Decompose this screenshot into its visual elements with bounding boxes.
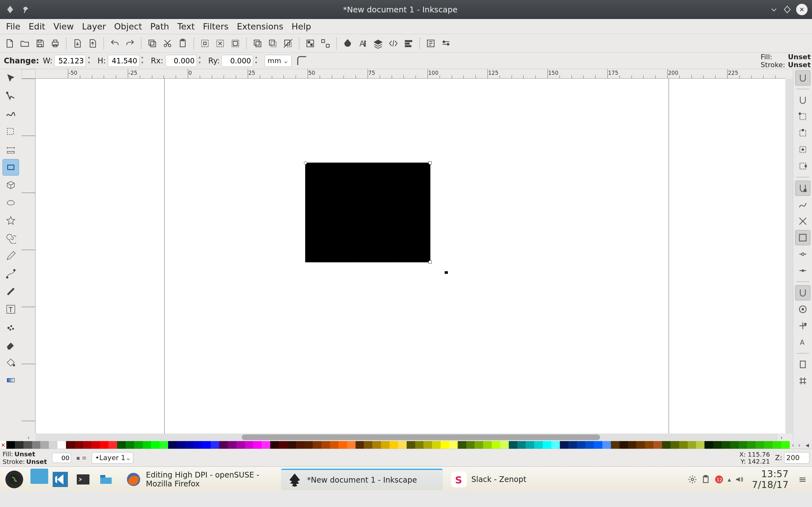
swatch[interactable]: [568, 441, 577, 449]
tray-updates-icon[interactable]: 12: [714, 475, 724, 484]
swatch[interactable]: [356, 441, 364, 449]
swatch[interactable]: [585, 441, 594, 449]
menu-layer[interactable]: Layer: [78, 20, 110, 33]
swatch[interactable]: [525, 441, 534, 449]
snap-bbox-center-icon[interactable]: [795, 142, 810, 157]
swatch[interactable]: [390, 441, 398, 449]
swatch[interactable]: [679, 441, 688, 449]
print-icon[interactable]: [49, 37, 61, 50]
swatch[interactable]: [372, 441, 381, 449]
menu-filters[interactable]: Filters: [199, 20, 233, 33]
zoom-input[interactable]: 200: [784, 452, 809, 464]
swatch[interactable]: [262, 441, 270, 449]
swatch[interactable]: [441, 441, 449, 449]
ruler-horizontal[interactable]: -50-250255075100125150175200225250: [36, 69, 785, 78]
swatch[interactable]: [670, 441, 679, 449]
snap-rotation-icon[interactable]: [795, 318, 810, 333]
spray-tool[interactable]: [3, 319, 19, 335]
swatch[interactable]: [339, 441, 347, 449]
swatch[interactable]: [279, 441, 287, 449]
swatch[interactable]: [756, 441, 764, 449]
measure-tool[interactable]: [3, 141, 19, 158]
swatch[interactable]: [134, 441, 143, 449]
rx-input[interactable]: [165, 55, 197, 67]
menu-edit[interactable]: Edit: [24, 20, 49, 33]
swatch[interactable]: [619, 441, 628, 449]
snap-text-icon[interactable]: A: [795, 335, 810, 350]
swatch[interactable]: [764, 441, 773, 449]
tray-volume-icon[interactable]: [734, 475, 744, 484]
swatch[interactable]: [40, 441, 49, 449]
minimize-icon[interactable]: [769, 5, 778, 14]
swatch[interactable]: [15, 441, 23, 449]
selector-tool[interactable]: [3, 70, 19, 87]
paste-icon[interactable]: [176, 37, 189, 50]
swatch[interactable]: [347, 441, 356, 449]
swatch[interactable]: [305, 441, 313, 449]
swatch[interactable]: [321, 441, 330, 449]
swatch[interactable]: [730, 441, 739, 449]
tray-expand-icon[interactable]: ▴: [728, 475, 731, 483]
swatch[interactable]: [577, 441, 586, 449]
swatch[interactable]: [211, 441, 219, 449]
ql-files-icon[interactable]: [95, 469, 117, 490]
snap-bbox-corner-icon[interactable]: [795, 109, 810, 124]
swatch[interactable]: [287, 441, 296, 449]
xml-icon[interactable]: [387, 37, 400, 50]
ql-terminal-icon[interactable]: [72, 469, 94, 490]
ruler-vertical[interactable]: [21, 78, 36, 434]
swatch[interactable]: [560, 441, 568, 449]
unit-select[interactable]: mm⌄: [264, 55, 292, 67]
swatch[interactable]: [713, 441, 722, 449]
swatch[interactable]: [364, 441, 372, 449]
ungroup-icon[interactable]: [319, 37, 332, 50]
fill-tool[interactable]: [3, 354, 19, 371]
swatch[interactable]: [594, 441, 602, 449]
swatch[interactable]: [270, 441, 279, 449]
open-icon[interactable]: [18, 37, 31, 50]
swatch[interactable]: [381, 441, 390, 449]
swatch[interactable]: [219, 441, 228, 449]
swatch[interactable]: [688, 441, 696, 449]
snap-page-icon[interactable]: [795, 357, 810, 372]
scrollbar-vertical[interactable]: [785, 78, 793, 434]
task-inkscape[interactable]: *New document 1 - Inkscape: [281, 469, 443, 490]
swatch[interactable]: [474, 441, 483, 449]
swatch[interactable]: [91, 441, 100, 449]
swatch[interactable]: [245, 441, 253, 449]
swatch[interactable]: [696, 441, 705, 449]
palette-scroll-left[interactable]: ‹: [790, 441, 796, 449]
status-fill-stroke[interactable]: Fill:Unset Stroke:Unset: [3, 450, 47, 465]
width-input[interactable]: [54, 55, 86, 67]
swatch[interactable]: [636, 441, 645, 449]
snap-bbox-edge-icon[interactable]: [795, 93, 810, 108]
swatch[interactable]: [551, 441, 560, 449]
scrollbar-horizontal[interactable]: [36, 434, 778, 441]
swatch[interactable]: [773, 441, 781, 449]
swatch[interactable]: [534, 441, 543, 449]
snap-enable-icon[interactable]: [795, 70, 810, 86]
snap-bbox-mid-icon[interactable]: [795, 158, 810, 174]
zoom-tool[interactable]: [3, 124, 19, 140]
panel-menu-icon[interactable]: ≡: [796, 474, 809, 485]
layer-select[interactable]: •Layer 1: [92, 452, 133, 464]
swatch[interactable]: [168, 441, 177, 449]
swatch[interactable]: [722, 441, 730, 449]
palette-menu-icon[interactable]: ◂: [803, 441, 812, 449]
swatch[interactable]: [602, 441, 611, 449]
swatch[interactable]: [143, 441, 151, 449]
menu-path[interactable]: Path: [146, 20, 173, 33]
gradient-tool[interactable]: [3, 372, 19, 389]
copy-icon[interactable]: [146, 37, 159, 50]
corner-reset-icon[interactable]: [296, 55, 308, 67]
clock[interactable]: 13:57 7/18/17: [749, 469, 792, 490]
doc-prefs-icon[interactable]: [440, 37, 452, 50]
tray-settings-icon[interactable]: [688, 475, 697, 484]
bezier-tool[interactable]: [3, 266, 19, 282]
snap-smooth-icon[interactable]: [795, 246, 810, 262]
import-icon[interactable]: [71, 37, 84, 50]
swatch[interactable]: [509, 441, 517, 449]
swatch[interactable]: [662, 441, 670, 449]
swatch[interactable]: [747, 441, 756, 449]
redo-icon[interactable]: [124, 37, 136, 50]
